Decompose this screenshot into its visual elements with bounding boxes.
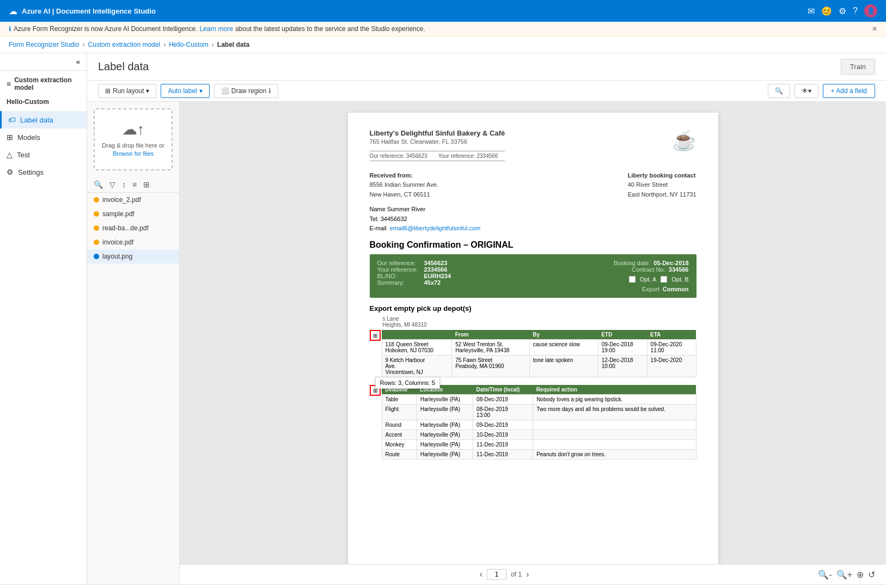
document-page: Liberty's Delightful Sinful Bakery & Caf… xyxy=(348,113,718,564)
breadcrumb-sep-3: › xyxy=(212,41,214,48)
name-line: Name Summer River xyxy=(370,205,696,215)
sidebar: « ≡ Custom extraction model Hello-Custom… xyxy=(0,53,87,584)
company-address: 765 Halifax St. Clearwater, FL 33756 xyxy=(370,137,505,146)
export-title: Export empty pick up depot(s) xyxy=(370,304,696,313)
table1-pre-text: s LaneHeights, MI 48310 xyxy=(370,316,696,328)
add-field-button[interactable]: + Add a field xyxy=(823,84,875,98)
liberty-contact: Liberty booking contact 40 River Street … xyxy=(628,171,696,200)
models-icon: ⊞ xyxy=(7,133,13,142)
table1-col1: From xyxy=(452,330,530,340)
page-number-input[interactable] xyxy=(487,569,506,580)
opt-a-label: Opt. A xyxy=(640,276,657,283)
search-toolbar-btn[interactable]: 🔍 xyxy=(768,84,790,98)
sidebar-item-models[interactable]: ⊞ Models xyxy=(0,128,87,146)
file-name: invoice_2.pdf xyxy=(102,196,141,204)
browse-link[interactable]: Browse for files xyxy=(113,150,154,157)
t2-col3: Date/Time (local) xyxy=(473,385,533,395)
table-row: Table Harleysville (PA) 08-Dec-2019 Nobo… xyxy=(382,395,696,405)
breadcrumb-hello-custom[interactable]: Hello-Custom xyxy=(169,41,209,48)
train-button[interactable]: Train xyxy=(841,59,875,75)
content-area: Label data Train ⊞ Run layout ▾ Auto lab… xyxy=(87,53,886,584)
document-viewer: Liberty's Delightful Sinful Bakery & Caf… xyxy=(180,102,886,584)
our-ref: Our reference: 3456623 xyxy=(370,153,427,159)
prev-page-btn[interactable]: ‹ xyxy=(480,569,482,579)
file-name: layout.png xyxy=(102,253,132,260)
doc-received: Received from: 8556 Indian Summer Ave. N… xyxy=(370,171,696,200)
auto-label-button[interactable]: Auto label ▾ xyxy=(161,84,209,98)
sidebar-item-label-data[interactable]: 🏷 Label data xyxy=(0,111,87,128)
table-row: Flight Harleysville (PA) 08-Dec-201913:0… xyxy=(382,405,696,420)
table1-col0 xyxy=(382,330,452,340)
booking-table: Our reference: 3456623 Your reference: 2… xyxy=(370,254,696,298)
file-item-layout[interactable]: layout.png xyxy=(87,249,179,264)
sidebar-models-text: Models xyxy=(17,133,40,142)
sidebar-test-text: Test xyxy=(17,151,30,159)
next-page-btn[interactable]: › xyxy=(526,569,529,579)
notif-text: Azure Form Recognizer is now Azure AI Do… xyxy=(14,25,198,33)
file-item-invoice[interactable]: invoice.pdf xyxy=(87,235,179,249)
zoom-in-btn[interactable]: 🔍+ xyxy=(836,569,852,580)
file-grid-view-btn[interactable]: ⊞ xyxy=(141,179,152,190)
company-name: Liberty's Delightful Sinful Bakery & Caf… xyxy=(370,129,505,137)
sidebar-project-name: Hello-Custom xyxy=(0,95,87,111)
table2-container: ⊞ Deadline Location Date/Time (local) Re… xyxy=(370,385,696,460)
document-scroll[interactable]: Liberty's Delightful Sinful Bakery & Caf… xyxy=(180,102,886,564)
run-layout-button[interactable]: ⊞ Run layout ▾ xyxy=(98,84,156,98)
table1-wrapper: ⊞ From By ETD ETA xyxy=(370,330,696,377)
account-icon[interactable]: 👤 xyxy=(864,4,877,17)
notif-close-btn[interactable]: ✕ xyxy=(872,25,877,33)
upload-area: ☁↑ Drag & drop file here or Browse for f… xyxy=(94,108,173,170)
received-from: Received from: 8556 Indian Summer Ave. N… xyxy=(370,171,438,200)
breadcrumb-custom-extraction[interactable]: Custom extraction model xyxy=(88,41,160,48)
file-item-readba[interactable]: read-ba...de.pdf xyxy=(87,221,179,235)
opt-b-checkbox[interactable] xyxy=(661,276,667,283)
sidebar-label-data-text: Label data xyxy=(20,116,53,124)
opt-b-label: Opt. B xyxy=(671,276,688,283)
file-item-invoice2[interactable]: invoice_2.pdf xyxy=(87,193,179,207)
file-status-dot xyxy=(94,211,99,217)
table-tooltip: Rows: 3, Columns: 5 xyxy=(375,377,440,389)
booking-title: Booking Confirmation – ORIGINAL xyxy=(370,240,696,250)
view-options-btn[interactable]: 👁▾ xyxy=(795,84,818,98)
upload-text: Drag & drop file here or Browse for file… xyxy=(101,142,165,158)
opt-a-checkbox[interactable] xyxy=(629,276,636,283)
email-link[interactable]: email6@libertydelightfulsinful.com xyxy=(390,225,480,231)
table1-icon-btn[interactable]: ⊞ xyxy=(370,330,381,341)
sidebar-collapse-btn[interactable]: « xyxy=(0,53,87,71)
settings-icon[interactable]: ⚙ xyxy=(839,6,846,16)
zoom-fit-btn[interactable]: ⊕ xyxy=(857,569,864,580)
upload-icon: ☁↑ xyxy=(101,120,165,138)
file-search-btn[interactable]: 🔍 xyxy=(91,179,105,190)
notif-link[interactable]: Learn more xyxy=(200,25,233,33)
menu-icon: ≡ xyxy=(7,79,11,88)
breadcrumb-form-recognizer[interactable]: Form Recognizer Studio xyxy=(9,41,79,48)
email-icon[interactable]: ✉ xyxy=(808,6,815,16)
file-status-dot xyxy=(94,240,99,245)
zoom-reset-btn[interactable]: ↺ xyxy=(868,569,875,580)
zoom-out-btn[interactable]: 🔍- xyxy=(818,569,832,580)
file-item-sample[interactable]: sample.pdf xyxy=(87,207,179,221)
emoji-icon[interactable]: 😊 xyxy=(821,6,832,16)
opt-row: Opt. A Opt. B xyxy=(533,276,689,283)
breadcrumb-sep-1: › xyxy=(82,41,84,48)
settings-nav-icon: ⚙ xyxy=(7,168,14,176)
file-sort-btn[interactable]: ↕ xyxy=(120,179,128,190)
draw-region-icon: ⬜ xyxy=(221,87,229,95)
help-icon[interactable]: ? xyxy=(853,6,858,16)
booking-blno: BL/NO: EURH234 xyxy=(377,273,533,279)
top-bar: ☁ Azure AI | Document Intelligence Studi… xyxy=(0,0,886,22)
sidebar-header: ≡ Custom extraction model xyxy=(0,71,87,95)
info-icon: ℹ xyxy=(9,25,11,33)
draw-region-button[interactable]: ⬜ Draw region ℹ xyxy=(214,84,279,98)
run-layout-icon: ⊞ xyxy=(105,87,111,95)
test-icon: △ xyxy=(7,150,13,159)
breadcrumb: Form Recognizer Studio › Custom extracti… xyxy=(0,36,886,53)
sidebar-item-settings[interactable]: ⚙ Settings xyxy=(0,163,87,181)
file-panel: ☁↑ Drag & drop file here or Browse for f… xyxy=(87,102,180,584)
breadcrumb-current: Label data xyxy=(217,41,249,48)
email-line: E-mail email6@libertydelightfulsinful.co… xyxy=(370,224,696,234)
booking-contract: Contract No: 334566 xyxy=(533,266,689,273)
sidebar-item-test[interactable]: △ Test xyxy=(0,146,87,163)
file-filter-btn[interactable]: ▽ xyxy=(107,179,118,190)
file-list-view-btn[interactable]: ≡ xyxy=(130,179,139,190)
